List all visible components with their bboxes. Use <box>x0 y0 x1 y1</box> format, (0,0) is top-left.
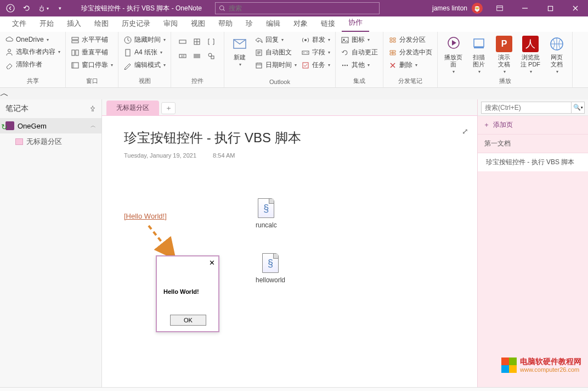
section-label: 无标题分区 <box>26 137 62 147</box>
ribbon-control-brackets[interactable] <box>206 36 217 47</box>
ribbon-control-field[interactable] <box>178 36 189 47</box>
close-button[interactable] <box>563 0 588 16</box>
ribbon-item[interactable]: 其他▾ <box>340 59 378 71</box>
ribbon-tab[interactable]: 开始 <box>33 16 60 32</box>
ribbon-tab[interactable]: 视图 <box>184 16 212 32</box>
file-object-helloworld[interactable]: § helloworld <box>256 253 285 284</box>
search-input[interactable] <box>229 4 311 12</box>
svg-rect-18 <box>211 56 214 59</box>
ribbon-big-web[interactable]: 网页文档▾ <box>546 34 568 75</box>
pages-search-input[interactable] <box>481 102 572 114</box>
ribbon-item[interactable]: 水平平铺 <box>70 34 114 46</box>
ribbon-options-button[interactable] <box>487 0 512 16</box>
search-icon <box>219 5 225 12</box>
ribbon-tab[interactable]: 编辑 <box>259 16 287 32</box>
add-page-button[interactable]: ＋ 添加页 <box>478 116 588 135</box>
popup-message: Hello World! <box>163 288 199 295</box>
ribbon-item[interactable]: 回复▾ <box>254 34 297 46</box>
ribbon-item[interactable]: 日期时间▾ <box>254 59 297 71</box>
ribbon-big-mail[interactable]: 新建▾ <box>229 34 251 71</box>
ribbon-item[interactable]: OneDrive▾ <box>4 34 61 45</box>
user-area[interactable]: james linton 🎅 <box>432 3 487 14</box>
svg-rect-5 <box>72 37 78 40</box>
ribbon-item[interactable]: 图标▾ <box>340 34 378 46</box>
undo-button[interactable] <box>20 1 34 15</box>
ribbon-tab[interactable]: 绘图 <box>88 16 115 32</box>
ribbon-tab[interactable]: 文件 <box>5 16 33 32</box>
ribbon-item[interactable]: 自动图文 <box>254 47 297 58</box>
ribbon-item[interactable]: 窗口停靠▾ <box>70 59 114 71</box>
ribbon-item[interactable]: A4 纸张▾ <box>123 47 166 58</box>
ribbon-item[interactable]: 选取作者内容▾ <box>4 46 61 58</box>
ribbon-tab[interactable]: 审阅 <box>157 16 184 32</box>
ribbon-collapse-button[interactable]: ︿ <box>0 88 588 99</box>
popup-close-button[interactable]: ✕ <box>209 259 215 267</box>
section-item[interactable]: 无标题分区 <box>0 133 101 150</box>
ribbon-item[interactable]: 编辑模式▾ <box>123 59 166 71</box>
file-object-runcalc[interactable]: § runcalc <box>256 198 277 229</box>
notebook-item[interactable]: OneGem ︿ <box>0 118 101 133</box>
hello-world-link[interactable]: [Hello World!] <box>124 212 167 220</box>
ribbon-item[interactable]: 任务▾ <box>301 59 331 71</box>
page-date: Tuesday, January 19, 2021 <box>124 152 196 159</box>
dist1-icon <box>388 36 397 44</box>
page-canvas[interactable]: ⤢ 珍宝按钮控件 - 执行 VBS 脚本 Tuesday, January 19… <box>102 116 477 387</box>
ribbon-item[interactable]: 群发▾ <box>301 34 331 46</box>
ribbon-tab[interactable]: 链接 <box>314 16 342 32</box>
popup-ok-button[interactable]: OK <box>170 315 206 326</box>
ribbon-item[interactable]: 删除▾ <box>388 59 433 71</box>
ribbon-big-play[interactable]: 播放页面▾ <box>442 34 465 75</box>
expand-icon[interactable]: ⤢ <box>462 127 468 136</box>
section-tabs: 无标题分区 ＋ <box>102 99 477 116</box>
ribbon-item[interactable]: 自动更正 <box>340 47 378 58</box>
broadcast-icon <box>301 36 310 44</box>
ribbon-big-scan[interactable]: 扫描图片▾ <box>468 34 490 75</box>
page-list-item[interactable]: 第一文档 <box>478 135 588 153</box>
add-section-button[interactable]: ＋ <box>161 102 176 114</box>
pages-panel: 🔍▾ ＋ 添加页 第一文档 珍宝按钮控件 - 执行 VBS 脚本 <box>477 99 588 387</box>
ribbon-big-ppt[interactable]: P演示文稿▾ <box>493 34 515 75</box>
ribbon-group-label: Outlook <box>229 77 331 86</box>
svg-rect-3 <box>548 6 552 10</box>
ribbon-control-shapes[interactable] <box>206 51 217 62</box>
ribbon-control-barcode[interactable] <box>192 51 203 62</box>
pages-search-button[interactable]: 🔍▾ <box>572 102 585 114</box>
ribbon-control-counter[interactable]: 10 <box>178 51 189 62</box>
ribbon-tab[interactable]: 历史记录 <box>115 16 157 32</box>
user-avatar-icon: 🎅 <box>472 3 483 14</box>
ribbon-item[interactable]: 隐藏时间▾ <box>123 34 166 46</box>
qat-customize-button[interactable]: ▾ <box>53 1 67 15</box>
page-list-item-active[interactable]: 珍宝按钮控件 - 执行 VBS 脚本 <box>478 153 588 171</box>
page-title[interactable]: 珍宝按钮控件 - 执行 VBS 脚本 <box>124 129 455 147</box>
ribbon-tab[interactable]: 珍 <box>239 16 259 32</box>
section-tab-active[interactable]: 无标题分区 <box>106 100 159 115</box>
ribbon-group: 播放页面▾扫描图片▾P演示文稿▾人浏览批注 PDF▾网页文档▾播放 <box>438 32 573 87</box>
web-icon <box>548 35 566 53</box>
calendar-icon <box>255 61 263 70</box>
scan-icon <box>470 35 488 53</box>
ribbon-item[interactable]: 分发选中页 <box>388 47 433 58</box>
ribbon-item[interactable]: 垂直平铺 <box>70 47 114 58</box>
ribbon-tab[interactable]: 对象 <box>287 16 314 32</box>
ribbon-item[interactable]: 字段▾ <box>301 47 331 58</box>
ribbon-group: 新建▾回复▾自动图文日期时间▾群发▾字段▾任务▾Outlook <box>224 32 336 87</box>
delete-icon <box>388 61 397 70</box>
ribbon-group-label: 集成 <box>340 76 378 86</box>
ribbon-control-grid[interactable] <box>192 36 203 47</box>
ribbon-item[interactable]: 清除作者 <box>4 59 61 70</box>
ribbon-tab[interactable]: 插入 <box>60 16 88 32</box>
ribbon-tab[interactable]: 协作 <box>342 15 369 32</box>
ribbon-tab[interactable]: 帮助 <box>212 16 239 32</box>
search-box[interactable] <box>215 2 380 14</box>
ribbon-item[interactable]: 分发分区 <box>388 34 433 46</box>
tile-v-icon <box>71 48 80 57</box>
touch-mode-button[interactable]: ▾ <box>36 1 50 15</box>
pdf-icon: 人 <box>522 35 539 53</box>
svg-point-27 <box>342 64 343 65</box>
pin-icon[interactable] <box>89 105 96 112</box>
maximize-button[interactable] <box>538 0 563 16</box>
minimize-button[interactable] <box>512 0 538 16</box>
back-button[interactable] <box>3 1 18 15</box>
section-icon <box>15 138 23 145</box>
ribbon-big-pdf[interactable]: 人浏览批注 PDF▾ <box>518 34 542 75</box>
